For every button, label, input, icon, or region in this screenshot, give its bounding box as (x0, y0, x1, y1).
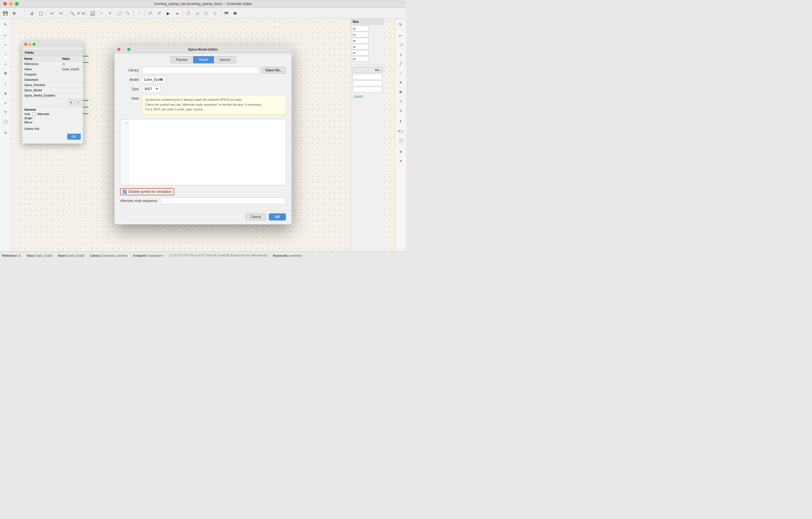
find-button[interactable]: 🔍 (68, 9, 76, 18)
close-button[interactable] (3, 2, 7, 5)
model-select[interactable]: Conn_01x02 (142, 76, 165, 83)
tool-wire[interactable]: ⊢ (1, 31, 10, 40)
dialog-maximize-btn[interactable] (127, 48, 130, 51)
right-tool-5[interactable]: ⌐ (396, 68, 405, 78)
tool-power[interactable]: ⏚ (1, 59, 10, 68)
undo-button[interactable]: ↩ (48, 9, 56, 18)
right-tool-3[interactable]: ⏚ (396, 50, 405, 59)
simulate-button[interactable]: ▶ (164, 9, 172, 18)
library-row: Library: Select file... (120, 67, 286, 74)
dialog-titlebar: Spice Model Editor (115, 46, 291, 53)
redo-button[interactable]: ↪ (57, 9, 65, 18)
status-reference: Reference J1 (2, 254, 21, 257)
right-tool-7[interactable]: ⊕ (396, 87, 405, 96)
canvas-area[interactable]: J1 Conn_01x02 1 2 J2 Conn_01x03 (11, 19, 395, 251)
dialog-minimize-btn[interactable] (122, 48, 125, 51)
status-keywords: Keywords connector (273, 254, 404, 257)
tool-line[interactable]: / (1, 80, 10, 89)
schematic-background: J1 Conn_01x02 1 2 J2 Conn_01x03 (11, 19, 395, 251)
disable-checkbox[interactable] (123, 190, 127, 194)
tool-text[interactable]: T (1, 108, 10, 117)
tab-passive[interactable]: Passive (170, 56, 193, 63)
library-input[interactable] (142, 67, 259, 74)
disable-label: Disable symbol for simulation (128, 190, 172, 194)
right-tool-textbox[interactable]: A⬜ (396, 127, 405, 136)
find-replace-button[interactable]: A→B (77, 9, 85, 18)
status-footprint: Footprint <Unknown> (133, 254, 164, 257)
tool-delete[interactable]: ✕ (1, 128, 10, 137)
zoom-fit-button[interactable]: ⬜ (115, 9, 123, 18)
right-tool-6[interactable]: ✕ (396, 78, 405, 87)
tool-cross[interactable]: ✕ (1, 89, 10, 98)
bom-button[interactable]: 📋 (202, 9, 210, 18)
status-value: Value Conn_01x02 (27, 254, 53, 257)
type-row: Type: JFET MOSFET NPN PNP DIODE Subcircu… (120, 85, 286, 93)
annotation-button[interactable]: 🔺 (173, 9, 181, 18)
zoom-selection-button[interactable]: 🔍 (124, 9, 132, 18)
left-sidebar: ↖ ⊢ ≡ ⏚ ⏚ ⊕ / ✕ ⤢ T ⬜ ✕ (0, 19, 11, 251)
dialog-buttons: Cancel OK (115, 211, 291, 224)
export-button[interactable]: 📋 (211, 9, 219, 18)
dialog-window-controls[interactable] (117, 48, 130, 51)
right-tool-8[interactable]: ⤢ (396, 97, 405, 106)
map-button[interactable]: 🗺 (222, 9, 230, 18)
save-button[interactable]: 💾 (1, 9, 9, 18)
new-button[interactable]: 📄 (19, 9, 27, 18)
main-layout: ↖ ⊢ ≡ ⏚ ⏚ ⊕ / ✕ ⤢ T ⬜ ✕ J1 Conn_01x02 (0, 19, 406, 251)
note-line-3: For a JFET, pin order is drain, gate, so… (145, 107, 283, 112)
right-tool-1[interactable]: ⊢ (396, 31, 405, 40)
cancel-button[interactable]: Cancel (245, 213, 266, 221)
code-content[interactable] (122, 121, 284, 183)
zoom-out-button[interactable]: − (97, 9, 105, 18)
alt-node-label: Alternate node sequence: (120, 199, 158, 203)
disable-checkbox-highlight[interactable]: Disable symbol for simulation (120, 188, 174, 195)
tool-cursor[interactable]: ↖ (1, 20, 10, 29)
tool-add-symbol[interactable]: ⊕ (1, 68, 10, 78)
right-tool-pin[interactable]: ⊠ (396, 147, 405, 156)
tool-bus[interactable]: ≡ (1, 40, 10, 49)
refresh-button[interactable]: 🔄 (88, 9, 96, 18)
right-tool-cursor[interactable]: ↖ (396, 20, 405, 29)
main-toolbar: 💾 ⚙ 📄 🖨 📋 ↩ ↪ 🔍 A→B 🔄 − + ⬜ 🔍 ↑ 🔗 🔗 ▶ 🔺 … (0, 8, 406, 19)
right-tool-text[interactable]: T (396, 117, 405, 126)
disable-checkbox-row: Disable symbol for simulation (120, 188, 286, 195)
toolbar-separator-6 (182, 10, 183, 16)
tool-arrow[interactable]: ⤢ (1, 98, 10, 107)
dialog-title: Spice Model Editor (188, 48, 218, 52)
right-tool-2[interactable]: ⊣ (396, 40, 405, 49)
tab-bar: Passive Model Source (115, 53, 291, 63)
right-tool-bezier[interactable]: ∿ (396, 106, 405, 115)
dialog-close-btn[interactable] (117, 48, 120, 51)
maximize-button[interactable] (15, 2, 19, 5)
model-select-wrapper: Conn_01x02 (142, 76, 286, 83)
tab-model[interactable]: Model (193, 56, 214, 63)
tool-image[interactable]: ⬜ (1, 117, 10, 126)
erc-button[interactable]: 📋 (184, 9, 193, 18)
netlist-button[interactable]: 🔗 (146, 9, 154, 18)
line-numbers: 1 (120, 119, 128, 185)
zoom-in-button[interactable]: + (106, 9, 114, 18)
alt-node-input[interactable] (161, 198, 286, 204)
type-select-wrapper: JFET MOSFET NPN PNP DIODE Subcircuit (142, 85, 286, 93)
right-tool-image[interactable]: ⬜ (396, 136, 405, 145)
right-tool-delete[interactable]: ✕ (396, 156, 405, 166)
minimize-button[interactable] (9, 2, 13, 5)
table-button[interactable]: 📊 (193, 9, 201, 18)
tab-source[interactable]: Source (214, 56, 236, 63)
settings-button[interactable]: ⚙ (10, 9, 18, 18)
code-editor[interactable]: 1 (120, 119, 286, 185)
window-controls[interactable] (3, 2, 19, 5)
copy-button[interactable]: 📋 (36, 9, 45, 18)
type-select[interactable]: JFET MOSFET NPN PNP DIODE Subcircuit (142, 85, 161, 93)
ok-button[interactable]: OK (269, 213, 286, 221)
scripting-button[interactable]: ▮▮ (231, 9, 239, 18)
note-row: Note: Symbol pin numbering don't always … (120, 95, 286, 117)
right-tool-4[interactable]: ╱ (396, 59, 405, 68)
select-file-button[interactable]: Select file... (262, 67, 286, 74)
dialog-body: Library: Select file... Model: Conn_01x0… (115, 63, 291, 211)
bus-button[interactable]: 🔗 (155, 9, 164, 18)
tool-netflag[interactable]: ⏚ (1, 50, 10, 59)
window-title: inverting_opamp_tuto [inverting_opamp_tu… (154, 2, 252, 6)
print-button[interactable]: 🖨 (28, 9, 36, 18)
hierarchy-up-button[interactable]: ↑ (135, 9, 143, 18)
